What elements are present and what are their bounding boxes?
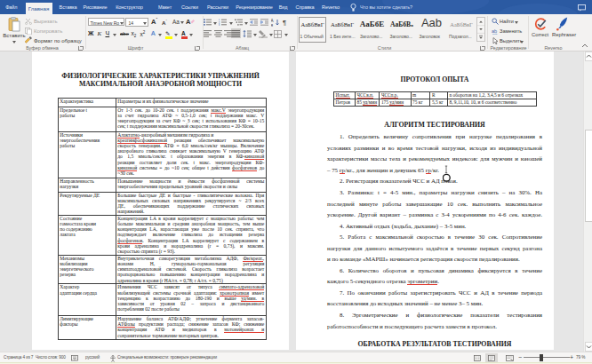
svg-text:3: 3 (219, 24, 220, 26)
svg-text:А: А (186, 18, 191, 26)
svg-text:я: я (271, 23, 274, 27)
svg-text:ab: ab (492, 28, 497, 34)
